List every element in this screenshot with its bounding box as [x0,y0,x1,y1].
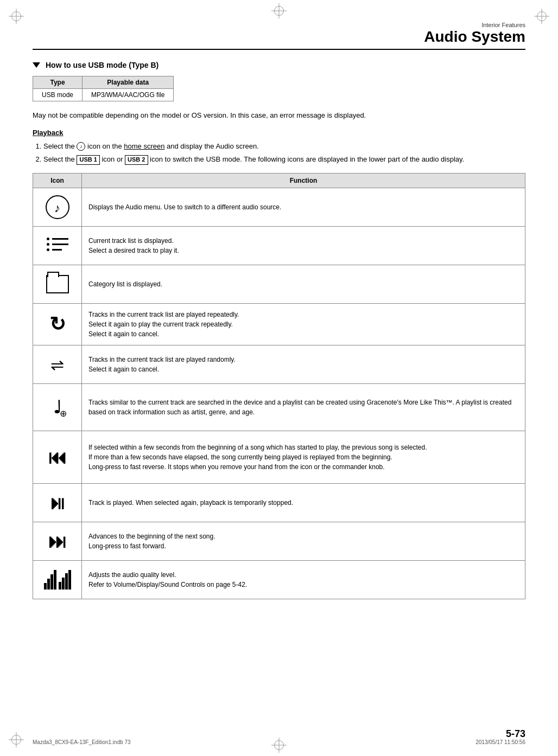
icon-cell-next: ⏭ [33,522,82,561]
table-row: ♩ ⊕ Tracks similar to the current track … [33,384,525,431]
table-row: Current track list is displayed.Select a… [33,227,525,265]
table-row: ⇌ Tracks in the current track list are p… [33,345,525,384]
page: Interior Features Audio System How to us… [0,0,558,756]
icon-table-header-function: Function [82,174,525,188]
folder-icon-shape [46,275,69,293]
music-note-icon-shape: ♪ [46,195,69,219]
shuffle-icon-shape: ⇌ [50,355,64,374]
header: Interior Features Audio System [33,22,525,46]
playpause-icon: ⏯ [40,488,75,517]
icon-cell-prev: ⏮ [33,431,82,484]
func-cell-repeat: Tracks in the current track list are pla… [82,304,525,345]
table-row: Adjusts the audio quality level.Refer to… [33,561,525,599]
icon-cell-eq [33,561,82,599]
playpause-icon-shape: ⏯ [48,492,67,514]
gracenote-icon: ♩ ⊕ [40,388,75,426]
compatibility-note: May not be compatible depending on the m… [33,110,525,121]
func-cell-next: Advances to the beginning of the next so… [82,522,525,561]
playback-heading: Playback [33,129,525,137]
list-item: Select the ♪ icon on the home screen and… [43,141,525,152]
reg-mark-bl [8,732,24,748]
repeat-icon-shape: ↻ [49,315,66,334]
next-icon-shape: ⏭ [48,531,67,552]
reg-mark-tl [8,8,24,24]
list-icon [40,231,75,260]
func-cell-eq: Adjusts the audio quality level.Refer to… [82,561,525,599]
eq-icon [40,565,75,594]
triangle-icon [33,62,40,68]
list-lines-icon [47,238,68,254]
section-title: How to use USB mode (Type B) [33,61,525,69]
table-row: ↻ Tracks in the current track list are p… [33,304,525,345]
func-cell-shuffle: Tracks in the current track list are pla… [82,345,525,384]
reg-mark-tr [534,8,550,24]
table-row: ⏯ Track is played. When selected again, … [33,484,525,522]
shuffle-icon: ⇌ [40,350,75,379]
type-table-header-type: Type [33,76,83,89]
icon-cell-playpause: ⏯ [33,484,82,522]
music-note-icon: ♪ [40,193,75,222]
icon-table-header-icon: Icon [33,174,82,188]
usb2-badge: USB 2 [125,155,148,164]
header-divider [33,49,525,50]
table-row: USB mode MP3/WMA/AAC/OGG file [33,89,174,101]
func-cell-playpause: Track is played. When selected again, pl… [82,484,525,522]
func-cell-prev: If selected within a few seconds from th… [82,431,525,484]
table-row: ♪ Displays the Audio menu. Use to switch… [33,188,525,227]
type-table-header-playable: Playable data [83,76,174,89]
footer: Mazda3_8CX9-EA-13F_Edition1.indb 73 2013… [33,739,525,745]
usb1-badge: USB 1 [77,155,99,164]
footer-filename: Mazda3_8CX9-EA-13F_Edition1.indb 73 [33,739,131,745]
prev-icon-shape: ⏮ [48,447,67,468]
func-cell-music: Displays the Audio menu. Use to switch t… [82,188,525,227]
next-icon: ⏭ [40,527,75,556]
icon-cell-music: ♪ [33,188,82,227]
type-table: Type Playable data USB mode MP3/WMA/AAC/… [33,76,174,101]
type-table-cell-playable: MP3/WMA/AAC/OGG file [83,89,174,101]
list-item: Select the USB 1 icon or USB 2 icon to s… [43,154,525,165]
reg-mark-tm [271,3,287,19]
func-cell-folder: Category list is displayed. [82,265,525,304]
eq-icon-shape [44,570,71,590]
func-cell-gracenote: Tracks similar to the current track are … [82,384,525,431]
folder-icon [40,270,75,299]
header-title: Audio System [33,28,525,46]
table-row: Category list is displayed. [33,265,525,304]
page-number: 5-73 [506,728,525,740]
icon-cell-list [33,227,82,265]
icon-cell-shuffle: ⇌ [33,345,82,384]
playback-steps: Select the ♪ icon on the home screen and… [43,141,525,166]
icon-cell-folder [33,265,82,304]
icon-cell-gracenote: ♩ ⊕ [33,384,82,431]
repeat-icon: ↻ [40,308,75,341]
icon-function-table: Icon Function ♪ Displays the Audio menu.… [33,173,525,599]
gracenote-icon-shape: ♩ ⊕ [53,397,61,418]
music-icon-inline: ♪ [77,142,85,151]
header-subtitle: Interior Features [33,22,525,28]
prev-icon: ⏮ [40,435,75,479]
footer-date: 2013/05/17 11:50:56 [475,739,525,745]
table-row: ⏮ If selected within a few seconds from … [33,431,525,484]
func-cell-list: Current track list is displayed.Select a… [82,227,525,265]
type-table-cell-type: USB mode [33,89,83,101]
table-row: ⏭ Advances to the beginning of the next … [33,522,525,561]
icon-cell-repeat: ↻ [33,304,82,345]
